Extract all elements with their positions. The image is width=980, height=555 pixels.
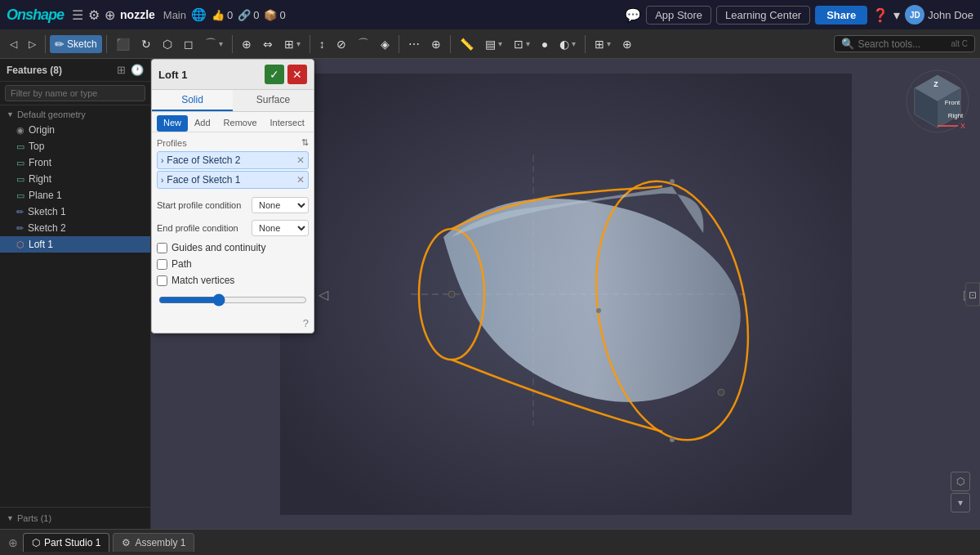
sidebar-item-label: Loft 1 — [29, 239, 53, 250]
redo-button[interactable]: ▷ — [24, 36, 41, 52]
profile-1-remove-icon[interactable]: ✕ — [296, 154, 305, 166]
sidebar-item-label: Sketch 1 — [28, 206, 66, 217]
help-icon[interactable]: ? — [303, 317, 309, 329]
sidebar-item-right[interactable]: ▭ Right — [0, 171, 150, 187]
appearance-button[interactable]: ◐ ▾ — [555, 35, 581, 53]
toolbar-separator-4 — [310, 35, 310, 53]
boolean-button[interactable]: ⊕ — [237, 35, 256, 53]
3d-viewport[interactable]: Loft 1 ✓ ✕ Solid Surface New Add Remove … — [151, 59, 980, 529]
loft-slider[interactable] — [158, 293, 307, 307]
parts-group[interactable]: ▼ Parts (1) — [0, 511, 150, 526]
sidebar-item-sketch2[interactable]: ✏ Sketch 2 — [0, 220, 150, 236]
clock-icon[interactable]: 🕐 — [131, 64, 144, 76]
main-area: Features (8) ⊞ 🕐 ▼ Default geometry ◉ Or… — [0, 59, 980, 529]
undo-button[interactable]: ◁ — [5, 36, 22, 52]
filter-input[interactable] — [5, 85, 145, 101]
match-vertices-checkbox[interactable] — [157, 275, 167, 286]
view-controls: ⬡ ▾ — [951, 472, 970, 512]
sub-tab-intersect[interactable]: Intersect — [264, 115, 311, 132]
start-condition-select[interactable]: None Tangent Normal — [252, 197, 309, 213]
view-section-button[interactable]: ⊡ ▾ — [509, 35, 535, 53]
app-store-button[interactable]: App Store — [646, 6, 711, 25]
sketch-button[interactable]: ✏ Sketch — [50, 35, 102, 53]
help-icon[interactable]: ❓ — [872, 7, 889, 23]
mirror-button[interactable]: ⇔ — [258, 35, 278, 53]
measure-button[interactable]: 📏 — [455, 35, 479, 53]
default-geometry-group[interactable]: ▼ Default geometry — [0, 107, 150, 122]
profile-item-2[interactable]: › Face of Sketch 1 ✕ — [157, 171, 309, 189]
guides-checkbox[interactable] — [157, 243, 167, 253]
add-feature-button[interactable]: ⊕ — [617, 35, 637, 53]
tab-assembly[interactable]: ⚙ Assembly 1 — [113, 533, 194, 552]
match-vertices-checkbox-row[interactable]: Match vertices — [152, 272, 314, 289]
settings-icon[interactable]: ⚙ — [88, 7, 100, 23]
loft-ok-button[interactable]: ✓ — [265, 65, 284, 84]
learning-center-button[interactable]: Learning Center — [716, 6, 810, 25]
path-checkbox-row[interactable]: Path — [152, 256, 314, 272]
sidebar-header-icons: ⊞ 🕐 — [117, 64, 144, 76]
tab-part-studio[interactable]: ⬡ Part Studio 1 — [23, 533, 109, 552]
sidebar-item-sketch1[interactable]: ✏ Sketch 1 — [0, 204, 150, 220]
add-tab-icon[interactable]: ⊕ — [7, 535, 20, 551]
path-checkbox[interactable] — [157, 259, 167, 270]
split-button[interactable]: ⊘ — [332, 35, 351, 53]
extrude-button[interactable]: ⬛ — [111, 35, 135, 53]
features-header: Features (8) ⊞ 🕐 — [0, 59, 150, 82]
sidebar-item-plane1[interactable]: ▭ Plane 1 — [0, 187, 150, 204]
variable-button[interactable]: ⊞ ▾ — [590, 35, 616, 53]
revolve-button[interactable]: ↻ — [136, 35, 156, 53]
user-menu[interactable]: JD John Doe — [905, 5, 973, 25]
bottom-tab-bar: ⊕ ⬡ Part Studio 1 ⚙ Assembly 1 — [0, 529, 980, 555]
view-menu-icon[interactable]: ▾ — [951, 493, 970, 512]
sidebar-item-origin[interactable]: ◉ Origin — [0, 122, 150, 138]
guides-checkbox-row[interactable]: Guides and continuity — [152, 239, 314, 256]
fillet-button[interactable]: ⌒ ▾ — [200, 34, 228, 54]
sidebar-item-top[interactable]: ▭ Top — [0, 138, 150, 154]
end-condition-select[interactable]: None Tangent Normal — [252, 220, 309, 236]
loft-button[interactable]: ⬡ — [158, 35, 177, 53]
move-button[interactable]: ↕ — [314, 35, 330, 53]
loft-cancel-button[interactable]: ✕ — [287, 65, 307, 84]
orientation-cube[interactable]: Z Front Right X — [905, 69, 970, 134]
pan-left-icon[interactable]: ◁ — [318, 286, 328, 302]
sidebar-item-label: Origin — [29, 124, 55, 136]
default-geometry-label: Default geometry — [17, 110, 86, 119]
right-panel-toggle[interactable]: ⊡ — [965, 282, 980, 306]
plane-button[interactable]: ▤ ▾ — [480, 35, 507, 53]
sidebar-item-loft1[interactable]: ⬡ Loft 1 — [0, 236, 150, 253]
links-count[interactable]: 🔗 0 — [238, 9, 259, 21]
start-profile-condition-row: Start profile condition None Tangent Nor… — [152, 194, 314, 217]
draft-button[interactable]: ◈ — [376, 35, 394, 53]
search-tools-input[interactable] — [858, 38, 947, 50]
globe-icon[interactable]: 🌐 — [191, 7, 207, 22]
grid-icon[interactable]: ⊞ — [117, 64, 126, 76]
svg-text:Right: Right — [948, 112, 964, 119]
tab-solid[interactable]: Solid — [152, 90, 233, 111]
more-tools-button[interactable]: ⋯ — [403, 35, 425, 53]
panel-icon: ⊡ — [969, 289, 977, 300]
thumbs-count[interactable]: 👍 0 — [212, 9, 233, 21]
view-cube-icon[interactable]: ⬡ — [951, 472, 970, 491]
svg-point-8 — [670, 437, 675, 442]
sub-tab-new[interactable]: New — [157, 115, 188, 132]
wrap-button[interactable]: ⌒ — [353, 34, 374, 54]
render-button[interactable]: ● — [537, 35, 553, 53]
sidebar-item-front[interactable]: ▭ Front — [0, 154, 150, 171]
profile-2-remove-icon[interactable]: ✕ — [296, 174, 305, 186]
tab-surface[interactable]: Surface — [233, 90, 314, 111]
profile-item-1[interactable]: › Face of Sketch 2 ✕ — [157, 151, 309, 169]
boxes-count[interactable]: 📦 0 — [264, 9, 285, 21]
chevron-down-icon[interactable]: ▾ — [893, 7, 900, 23]
sort-icon[interactable]: ⇅ — [301, 137, 309, 148]
sketch-icon: ✏ — [16, 207, 24, 217]
pattern-button[interactable]: ⊞ ▾ — [279, 35, 305, 53]
shell-button[interactable]: ◻ — [179, 35, 198, 53]
sub-tab-remove[interactable]: Remove — [217, 115, 264, 132]
sketch-label: Sketch — [67, 38, 97, 50]
hamburger-menu-icon[interactable]: ☰ — [72, 7, 83, 23]
add-icon[interactable]: ⊕ — [105, 7, 115, 23]
share-button[interactable]: Share — [815, 6, 867, 25]
transform-button[interactable]: ⊕ — [426, 35, 446, 53]
sub-tab-add[interactable]: Add — [188, 115, 217, 132]
chat-icon[interactable]: 💬 — [625, 7, 641, 23]
